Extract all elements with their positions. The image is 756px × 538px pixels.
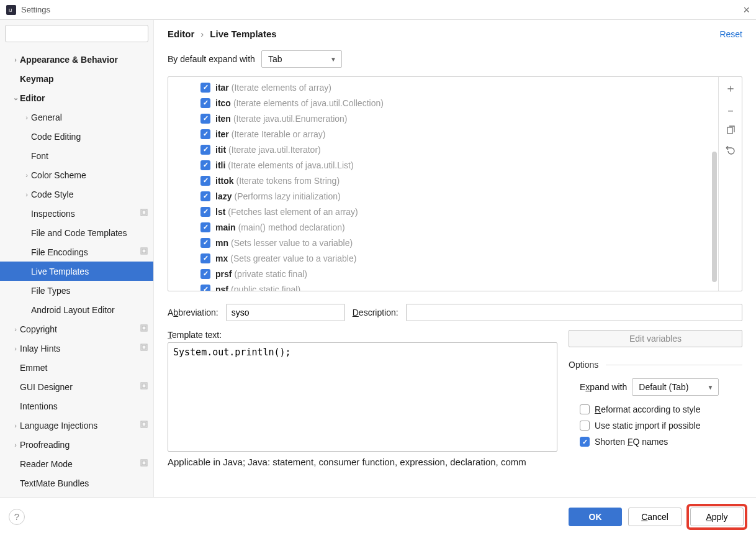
template-abbr: mx bbox=[215, 253, 228, 263]
template-row[interactable]: ✓prsf(private static final) bbox=[168, 266, 718, 281]
sidebar-item-intentions[interactable]: Intentions bbox=[0, 396, 153, 416]
copy-icon[interactable] bbox=[726, 125, 736, 139]
chevron-icon: › bbox=[11, 441, 20, 449]
template-row[interactable]: ✓mn(Sets lesser value to a variable) bbox=[168, 235, 718, 250]
ok-button[interactable]: OK bbox=[569, 508, 622, 526]
template-checkbox[interactable]: ✓ bbox=[200, 98, 210, 108]
template-abbr: psf bbox=[215, 285, 228, 291]
sidebar-item-keymap[interactable]: Keymap bbox=[0, 69, 153, 88]
reformat-label: Reformat according to style bbox=[595, 404, 700, 414]
template-checkbox[interactable]: ✓ bbox=[200, 145, 210, 155]
dialog-footer: ? OK Cancel Apply bbox=[0, 497, 756, 536]
template-checkbox[interactable]: ✓ bbox=[200, 269, 210, 279]
close-icon[interactable]: × bbox=[743, 4, 750, 16]
reset-link[interactable]: Reset bbox=[719, 29, 742, 39]
template-row[interactable]: ✓lst(Fetches last element of an array) bbox=[168, 204, 718, 219]
apply-highlight: Apply bbox=[686, 504, 747, 530]
sidebar-item-appearance-behavior[interactable]: ›Appearance & Behavior bbox=[0, 50, 153, 69]
sidebar-item-editor[interactable]: ⌄Editor bbox=[0, 88, 153, 107]
remove-icon[interactable]: － bbox=[725, 103, 736, 118]
chevron-down-icon: ▼ bbox=[707, 384, 713, 391]
sidebar-item-font[interactable]: Font bbox=[0, 146, 153, 165]
sidebar-item-copyright[interactable]: ›Copyright bbox=[0, 319, 153, 339]
template-desc: (main() method declaration) bbox=[238, 222, 345, 232]
sidebar-item-proofreading[interactable]: ›Proofreading bbox=[0, 435, 153, 454]
expand-with-select[interactable]: Tab ▼ bbox=[261, 50, 342, 68]
template-desc: (Performs lazy initialization) bbox=[234, 191, 340, 201]
sidebar-item-label: Font bbox=[31, 151, 48, 161]
settings-tree[interactable]: ›Appearance & BehaviorKeymap⌄Editor›Gene… bbox=[0, 47, 153, 497]
chevron-icon: › bbox=[11, 345, 20, 352]
sidebar-item-textmate-bundles[interactable]: TextMate Bundles bbox=[0, 473, 153, 493]
sidebar-item-file-encodings[interactable]: File Encodings bbox=[0, 242, 153, 262]
sidebar-item-emmet[interactable]: Emmet bbox=[0, 358, 153, 377]
sidebar-item-code-style[interactable]: ›Code Style bbox=[0, 185, 153, 204]
shorten-fq-checkbox[interactable]: ✓ bbox=[580, 437, 590, 447]
sidebar-item-label: Intentions bbox=[20, 401, 58, 411]
scrollbar-thumb[interactable] bbox=[712, 152, 717, 282]
sidebar-item-inlay-hints[interactable]: ›Inlay Hints bbox=[0, 339, 153, 358]
template-row[interactable]: ✓itco(Iterate elements of java.util.Coll… bbox=[168, 95, 718, 111]
template-checkbox[interactable]: ✓ bbox=[200, 160, 210, 170]
template-checkbox[interactable]: ✓ bbox=[200, 222, 210, 232]
sidebar-item-android-layout-editor[interactable]: Android Layout Editor bbox=[0, 300, 153, 319]
template-abbr: prsf bbox=[215, 269, 232, 279]
shorten-fq-label: Shorten FQ names bbox=[595, 437, 668, 447]
description-input[interactable] bbox=[406, 304, 742, 321]
template-text-area[interactable]: System.out.println(); bbox=[168, 342, 557, 452]
template-row[interactable]: ✓itli(Iterate elements of java.util.List… bbox=[168, 157, 718, 173]
template-row[interactable]: ✓mx(Sets greater value to a variable) bbox=[168, 250, 718, 266]
sidebar-item-label: TextMate Bundles bbox=[20, 478, 89, 488]
static-import-checkbox[interactable] bbox=[580, 421, 590, 431]
template-row[interactable]: ✓iten(Iterate java.util.Enumeration) bbox=[168, 111, 718, 126]
revert-icon[interactable] bbox=[726, 146, 736, 159]
template-checkbox[interactable]: ✓ bbox=[200, 83, 210, 93]
template-row[interactable]: ✓ittok(Iterate tokens from String) bbox=[168, 173, 718, 188]
breadcrumb-root[interactable]: Editor bbox=[168, 29, 194, 39]
sidebar-item-file-and-code-templates[interactable]: File and Code Templates bbox=[0, 223, 153, 242]
edit-variables-button[interactable]: Edit variables bbox=[569, 330, 742, 347]
sidebar-item-label: File Types bbox=[31, 286, 71, 296]
template-desc: (Iterate java.util.Iterator) bbox=[228, 145, 321, 155]
template-desc: (Iterate java.util.Enumeration) bbox=[233, 114, 348, 124]
svg-rect-18 bbox=[727, 127, 732, 134]
project-scope-icon bbox=[140, 208, 148, 219]
template-text-label: Template text: bbox=[168, 330, 557, 340]
reformat-checkbox[interactable] bbox=[580, 404, 590, 414]
template-row[interactable]: ✓psf(public static final) bbox=[168, 281, 718, 291]
sidebar-item-file-types[interactable]: File Types bbox=[0, 281, 153, 300]
templates-list[interactable]: ✓itar(Iterate elements of array)✓itco(It… bbox=[168, 77, 718, 291]
template-row[interactable]: ✓itar(Iterate elements of array) bbox=[168, 80, 718, 95]
help-button[interactable]: ? bbox=[9, 509, 25, 525]
sidebar-item-general[interactable]: ›General bbox=[0, 107, 153, 127]
template-row[interactable]: ✓itit(Iterate java.util.Iterator) bbox=[168, 142, 718, 157]
template-checkbox[interactable]: ✓ bbox=[200, 207, 210, 217]
template-checkbox[interactable]: ✓ bbox=[200, 253, 210, 263]
sidebar-item-color-scheme[interactable]: ›Color Scheme bbox=[0, 165, 153, 185]
template-checkbox[interactable]: ✓ bbox=[200, 176, 210, 186]
template-row[interactable]: ✓lazy(Performs lazy initialization) bbox=[168, 188, 718, 204]
add-icon[interactable]: ＋ bbox=[725, 81, 736, 96]
sidebar-item-label: GUI Designer bbox=[20, 382, 73, 392]
template-row[interactable]: ✓main(main() method declaration) bbox=[168, 219, 718, 235]
template-row[interactable]: ✓iter(Iterate Iterable or array) bbox=[168, 126, 718, 142]
sidebar-item-inspections[interactable]: Inspections bbox=[0, 204, 153, 223]
option-expand-with-select[interactable]: Default (Tab) ▼ bbox=[632, 378, 719, 396]
cancel-button[interactable]: Cancel bbox=[628, 508, 682, 526]
sidebar-item-live-templates[interactable]: Live Templates bbox=[0, 262, 153, 281]
template-checkbox[interactable]: ✓ bbox=[200, 129, 210, 139]
search-input[interactable] bbox=[5, 25, 148, 42]
template-abbr: lst bbox=[215, 207, 225, 217]
template-checkbox[interactable]: ✓ bbox=[200, 285, 210, 291]
breadcrumb: Editor › Live Templates Reset bbox=[168, 29, 742, 39]
sidebar-item-language-injections[interactable]: ›Language Injections bbox=[0, 416, 153, 435]
template-checkbox[interactable]: ✓ bbox=[200, 238, 210, 248]
apply-button[interactable]: Apply bbox=[690, 508, 744, 526]
sidebar-item-reader-mode[interactable]: Reader Mode bbox=[0, 454, 153, 473]
template-checkbox[interactable]: ✓ bbox=[200, 114, 210, 124]
svg-rect-7 bbox=[142, 249, 146, 253]
sidebar-item-code-editing[interactable]: Code Editing bbox=[0, 127, 153, 146]
sidebar-item-gui-designer[interactable]: GUI Designer bbox=[0, 377, 153, 396]
template-checkbox[interactable]: ✓ bbox=[200, 191, 210, 201]
abbreviation-input[interactable] bbox=[226, 304, 345, 321]
